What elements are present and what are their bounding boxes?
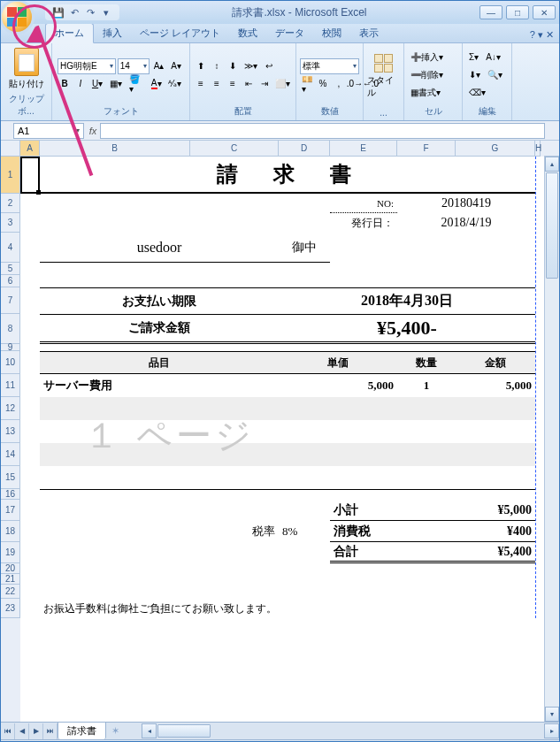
name-box[interactable]: A1▾	[13, 123, 84, 139]
subtotal-label[interactable]: 小計	[330, 500, 397, 521]
col-header-E[interactable]: E	[330, 141, 397, 157]
font-name-combo[interactable]: HG明朝E▾	[58, 58, 116, 74]
deadline-label[interactable]: お支払い期限	[40, 287, 279, 314]
italic-button[interactable]: I	[73, 76, 88, 92]
row-header-15[interactable]: 15	[1, 466, 20, 489]
comma-icon[interactable]: ,	[332, 76, 346, 92]
tab-review[interactable]: 校閲	[313, 24, 350, 42]
phonetic-button[interactable]: ᴬ⁄ₐ▾	[165, 76, 184, 92]
row-header-6[interactable]: 6	[1, 275, 20, 287]
row-header-4[interactable]: 4	[1, 233, 20, 263]
percent-icon[interactable]: %	[316, 76, 330, 92]
total[interactable]: ¥5,400	[397, 542, 535, 563]
table-bottom[interactable]	[40, 489, 535, 500]
clear-icon[interactable]: ⌫▾	[466, 85, 488, 101]
row-header-14[interactable]: 14	[1, 443, 20, 466]
row-header-7[interactable]: 7	[1, 287, 20, 314]
new-sheet-icon[interactable]: ✶	[106, 725, 124, 737]
tax[interactable]: ¥400	[397, 521, 535, 542]
select-all-corner[interactable]	[1, 141, 20, 157]
align-right-icon[interactable]: ≡	[226, 76, 240, 92]
row-header-10[interactable]: 10	[1, 351, 20, 374]
scroll-down-icon[interactable]: ▾	[545, 707, 559, 722]
row-header-9[interactable]: 9	[1, 344, 20, 351]
fx-icon[interactable]: fx	[86, 126, 100, 136]
col-header-C[interactable]: C	[190, 141, 279, 157]
line-price[interactable]: 5,000	[279, 374, 397, 397]
number-format-combo[interactable]: 標準▾	[300, 58, 359, 74]
amount[interactable]: ¥5,400-	[279, 314, 535, 344]
fill-color-button[interactable]: 🪣▾	[127, 76, 147, 92]
find-icon[interactable]: 🔍▾	[485, 67, 505, 83]
shrink-font-icon[interactable]: A▾	[168, 58, 184, 74]
scrollbar-thumb[interactable]	[546, 172, 558, 279]
paste-button[interactable]: 貼り付け	[9, 48, 44, 90]
grow-font-icon[interactable]: A▴	[151, 58, 167, 74]
align-center-icon[interactable]: ≡	[210, 76, 224, 92]
align-bottom-icon[interactable]: ⬇	[226, 58, 240, 74]
line-item[interactable]: サーバー費用	[40, 374, 279, 397]
indent-dec-icon[interactable]: ⇤	[242, 76, 256, 92]
tab-data[interactable]: データ	[266, 24, 313, 42]
font-color-button[interactable]: A▾	[149, 76, 165, 92]
row-header-1[interactable]: 1	[1, 157, 20, 194]
row-header-17[interactable]: 17	[1, 500, 20, 521]
close-button[interactable]: ✕	[533, 5, 556, 19]
formula-bar[interactable]	[100, 123, 545, 139]
no-value[interactable]: 20180419	[397, 194, 535, 213]
h-amount[interactable]: 金額	[456, 351, 535, 374]
row-header-11[interactable]: 11	[1, 374, 20, 397]
taxrate[interactable]: 8%	[279, 521, 330, 542]
line-qty[interactable]: 1	[397, 374, 456, 397]
save-icon[interactable]: 💾	[52, 6, 65, 19]
col-header-D[interactable]: D	[279, 141, 330, 157]
bold-button[interactable]: B	[58, 76, 72, 92]
client-name[interactable]: usedoor	[40, 233, 279, 263]
scroll-left-icon[interactable]: ◂	[142, 723, 157, 738]
minimize-button[interactable]: —	[479, 5, 502, 19]
orientation-icon[interactable]: ≫▾	[242, 58, 260, 74]
row-header-20[interactable]: 20	[1, 563, 20, 574]
row-header-23[interactable]: 23	[1, 599, 20, 618]
underline-button[interactable]: U ▾	[89, 76, 105, 92]
date-label[interactable]: 発行日：	[330, 213, 397, 233]
row-header-16[interactable]: 16	[1, 489, 20, 500]
row-header-22[interactable]: 22	[1, 585, 20, 599]
maximize-button[interactable]: □	[506, 5, 529, 19]
tab-prev-icon[interactable]: ◀	[15, 723, 29, 739]
row-header-8[interactable]: 8	[1, 314, 20, 344]
row-header-5[interactable]: 5	[1, 263, 20, 275]
scroll-right-icon[interactable]: ▸	[544, 723, 559, 738]
amount-label[interactable]: ご請求金額	[40, 314, 279, 344]
delete-cells-button[interactable]: ➖ 削除 ▾	[408, 67, 458, 83]
invoice-title[interactable]: 請 求 書	[40, 157, 535, 194]
tab-page-layout[interactable]: ページ レイアウト	[131, 24, 229, 42]
row-header-18[interactable]: 18	[1, 521, 20, 542]
row-header-2[interactable]: 2	[1, 194, 20, 213]
redo-icon[interactable]: ↷	[84, 6, 96, 19]
tax-label[interactable]: 消費税	[330, 521, 397, 542]
tab-view[interactable]: 表示	[350, 24, 387, 42]
tab-first-icon[interactable]: ⏮	[1, 723, 15, 739]
help-icon[interactable]: ? ▾ ✕	[525, 27, 559, 42]
vertical-scrollbar[interactable]: ▴ ▾	[544, 157, 559, 722]
col-header-A[interactable]: A	[20, 141, 40, 157]
tab-insert[interactable]: 挿入	[94, 24, 131, 42]
deadline[interactable]: 2018年4月30日	[279, 287, 535, 314]
taxrate-label[interactable]: 税率	[190, 521, 279, 542]
sheet-tab[interactable]: 請求書	[58, 722, 106, 739]
col-header-H[interactable]: H	[535, 141, 541, 157]
spreadsheet-grid[interactable]: 請 求 書NO:20180419発行日：2018/4/19usedoor御中お支…	[20, 157, 544, 618]
col-header-F[interactable]: F	[397, 141, 456, 157]
tab-next-icon[interactable]: ▶	[29, 723, 43, 739]
align-middle-icon[interactable]: ↕	[210, 58, 224, 74]
tab-home[interactable]: ホーム	[45, 23, 94, 43]
honorific[interactable]: 御中	[279, 233, 330, 263]
row-header-19[interactable]: 19	[1, 542, 20, 563]
office-button[interactable]	[0, 0, 35, 34]
total-label[interactable]: 合計	[330, 542, 397, 563]
qat-dropdown-icon[interactable]: ▾	[100, 6, 112, 19]
undo-icon[interactable]: ↶	[68, 6, 81, 19]
indent-inc-icon[interactable]: ⇥	[257, 76, 272, 92]
col-header-G[interactable]: G	[456, 141, 535, 157]
